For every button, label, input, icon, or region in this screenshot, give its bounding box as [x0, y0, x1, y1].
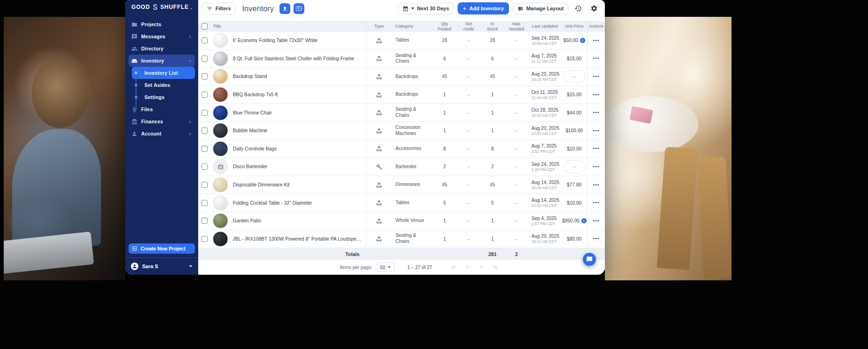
row-checkbox[interactable] [201, 128, 208, 134]
wrench-icon [376, 164, 382, 170]
background-photo-right [605, 17, 732, 280]
unit-price-cell: $10.00 [561, 146, 587, 151]
unit-price-value: $100.00 [566, 128, 583, 133]
column-header-actions: Actions [587, 21, 605, 32]
inventory-icon [131, 58, 137, 64]
item-title[interactable]: 8 Qt. Full Size Stainless Steel Chafer w… [233, 56, 358, 61]
max-needed-value: – [504, 200, 529, 206]
row-checkbox[interactable] [201, 56, 208, 62]
unit-price-empty[interactable]: – [564, 70, 585, 83]
sidebar-item-set-asides[interactable]: Set Asides [132, 79, 195, 91]
previous-page-button[interactable] [464, 264, 471, 271]
item-title[interactable]: 6' Economy Folding Table 72x30" White [233, 38, 321, 43]
table-row: Disco Bartender Bartender 2 – 2 – Sep 24… [198, 158, 605, 176]
settings-button[interactable] [588, 2, 600, 14]
sidebar-item-directory[interactable]: Directory [129, 43, 195, 55]
last-page-button[interactable] [492, 264, 499, 271]
row-actions-button[interactable]: ••• [593, 200, 600, 205]
finances-icon [131, 119, 137, 125]
unit-price-cell: $50.00i [561, 38, 587, 43]
row-actions-button[interactable]: ••• [593, 128, 600, 133]
gear-icon [590, 5, 598, 12]
chair-icon [376, 109, 382, 116]
chair-icon [376, 92, 382, 98]
filters-button[interactable]: Filters [202, 3, 236, 14]
pin-sidebar-icon[interactable] [189, 4, 195, 10]
table-row: JBL - IRX108BT 1300W Powered 8" Portable… [198, 230, 605, 249]
unit-price-value: $77.80 [567, 182, 582, 187]
in-stock-value: 5 [481, 200, 504, 206]
price-info-icon[interactable]: i [581, 218, 587, 223]
item-title[interactable]: Blue Throne Chair [233, 110, 275, 115]
unit-price-empty[interactable]: – [564, 160, 585, 173]
select-all-checkbox[interactable] [201, 23, 208, 29]
manage-layout-button[interactable]: Manage Layout [513, 3, 568, 14]
sidebar-item-inventory-list[interactable]: Inventory List [132, 67, 195, 79]
item-title[interactable]: BBQ Backdrop 7x5 ft [233, 92, 281, 97]
background-photo-left [4, 17, 125, 280]
row-actions-button[interactable]: ••• [593, 183, 600, 187]
item-thumbnail [213, 231, 228, 247]
items-per-page-select[interactable]: 50 [376, 263, 395, 272]
row-actions-button[interactable]: ••• [593, 56, 600, 61]
item-title[interactable]: Disco Bartender [233, 164, 271, 169]
row-checkbox[interactable] [201, 92, 208, 98]
row-actions-button[interactable]: ••• [593, 164, 600, 169]
item-category: Accessories [392, 146, 432, 152]
sidebar-item-finances[interactable]: Finances [129, 115, 195, 128]
row-actions-button[interactable]: ••• [593, 93, 600, 97]
row-actions-button[interactable]: ••• [593, 110, 600, 115]
sku-panel-button[interactable]: S: [294, 3, 304, 14]
last-updated-time: 1:20 PM CDT [531, 167, 561, 172]
first-page-icon [450, 264, 457, 271]
first-page-button[interactable] [450, 264, 457, 271]
row-actions-button[interactable]: ••• [593, 74, 600, 79]
price-info-icon[interactable]: i [580, 38, 585, 43]
toolbar: Filters Inventory S: Next 30 Days [198, 0, 605, 17]
item-title[interactable]: JBL - IRX108BT 1300W Powered 8" Portable… [233, 236, 366, 242]
row-checkbox[interactable] [201, 37, 208, 43]
item-title[interactable]: Bubble Machine [233, 128, 271, 133]
user-menu[interactable]: Sara S [125, 257, 198, 275]
row-checkbox[interactable] [201, 200, 208, 206]
row-actions-button[interactable]: ••• [593, 236, 600, 241]
item-title[interactable]: Daily Cornhole Bags [233, 146, 280, 151]
sidebar-item-projects[interactable]: Projects [129, 18, 195, 30]
row-checkbox[interactable] [201, 164, 208, 170]
chat-launcher-button[interactable] [583, 253, 596, 266]
qty-posted-value: 45 [432, 74, 457, 79]
row-actions-button[interactable]: ••• [593, 38, 600, 43]
row-checkbox[interactable] [201, 236, 208, 242]
unit-price-cell: $80.00 [561, 236, 587, 242]
max-needed-value: – [504, 110, 529, 115]
sidebar-item-files[interactable]: Files [129, 103, 195, 115]
row-checkbox[interactable] [201, 73, 208, 79]
row-actions-button[interactable]: ••• [593, 146, 600, 151]
sidebar-item-account[interactable]: Account [129, 128, 195, 140]
history-button[interactable] [572, 2, 584, 14]
item-title[interactable]: Garden Patio [233, 218, 265, 223]
row-checkbox[interactable] [201, 182, 208, 188]
upload-inventory-button[interactable] [280, 3, 290, 14]
sidebar-item-inventory[interactable]: Inventory [129, 55, 195, 67]
item-title[interactable]: Disposable Dinnerware Kit [233, 182, 293, 187]
sidebar-item-settings[interactable]: Settings [132, 91, 195, 103]
chat-icon [586, 256, 593, 263]
next-page-button[interactable] [478, 264, 485, 271]
row-checkbox[interactable] [201, 110, 208, 116]
unit-price-cell: $77.80 [561, 182, 587, 187]
date-range-button[interactable]: Next 30 Days [398, 3, 454, 14]
qty-posted-value: 1 [432, 92, 457, 97]
row-checkbox[interactable] [201, 218, 208, 224]
row-actions-button[interactable]: ••• [593, 219, 600, 223]
item-title[interactable]: Backdrop Stand [233, 74, 271, 79]
row-checkbox[interactable] [201, 146, 208, 152]
unit-price-value: $50.00 [563, 38, 578, 43]
photo-person-hair [32, 58, 88, 128]
last-updated-cell: Aug 7, 2025 2:52 PM CDT [529, 143, 561, 154]
create-new-project-button[interactable]: Create New Project [129, 243, 195, 254]
item-title[interactable]: Folding Cocktail Table - 32" Diameter [233, 200, 316, 206]
sidebar-item-messages[interactable]: Messages [129, 30, 195, 43]
totals-max-needed: 2 [504, 251, 529, 257]
add-inventory-button[interactable]: + Add Inventory [458, 2, 509, 14]
